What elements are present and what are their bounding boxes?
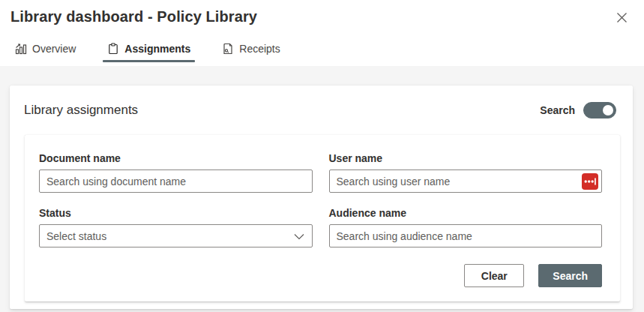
panel-title: Library assignments [24,103,138,118]
audience-name-label: Audience name [329,207,603,219]
search-form-card: Document name User name [25,135,620,302]
chevron-down-icon [294,230,304,242]
toggle-knob [603,105,613,116]
dialog-title: Library dashboard - Policy Library [10,8,257,26]
dialog-header: Library dashboard - Policy Library Overv… [0,0,644,66]
tab-label: Overview [32,43,76,55]
search-button[interactable]: Search [538,264,602,287]
user-name-label: User name [329,152,603,164]
assignments-panel: Library assignments Search Document name… [10,86,633,309]
tab-label: Receipts [239,43,280,55]
document-name-label: Document name [39,152,313,164]
tab-overview[interactable]: Overview [10,38,80,62]
status-dropdown-value: Select status [46,230,106,242]
status-dropdown[interactable]: Select status [39,224,313,248]
field-user-name: User name [329,152,603,193]
close-button[interactable] [613,9,631,26]
search-toggle-label: Search [540,104,575,116]
document-name-input[interactable] [39,170,313,193]
user-name-input[interactable] [329,170,603,193]
status-label: Status [39,207,313,219]
receipt-icon [222,43,234,55]
field-status: Status Select status [39,207,313,248]
search-toggle-group: Search [540,102,616,118]
audience-name-input[interactable] [329,224,603,248]
search-toggle[interactable] [583,102,616,118]
clear-button[interactable]: Clear [464,264,524,287]
tab-receipts[interactable]: Receipts [217,38,284,62]
tab-assignments[interactable]: Assignments [103,38,195,62]
tab-label: Assignments [124,43,190,55]
close-icon [616,14,628,26]
field-document-name: Document name [39,152,313,193]
field-audience-name: Audience name [329,207,603,248]
tab-bar: Overview Assignments Receipts [10,38,644,62]
clipboard-icon [107,43,119,55]
lastpass-icon[interactable] [582,173,598,190]
bar-chart-icon [15,43,27,55]
